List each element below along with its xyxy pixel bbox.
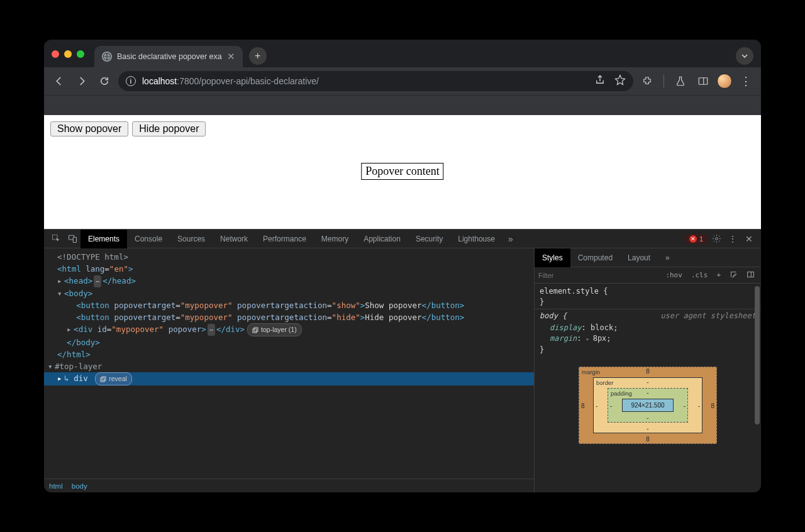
maximize-window-button[interactable] <box>77 50 84 58</box>
devtools-tabbar: Elements Console Sources Network Perform… <box>44 230 761 248</box>
browser-window: Basic declarative popover exa ✕ + i loca… <box>44 40 761 492</box>
browser-tab[interactable]: Basic declarative popover exa ✕ <box>94 46 243 67</box>
selected-dom-node[interactable]: ▸↳ div reveal <box>44 372 534 385</box>
svg-point-6 <box>715 238 718 240</box>
crumb-html[interactable]: html <box>49 482 63 490</box>
new-tab-button[interactable]: + <box>249 47 267 65</box>
hide-popover-button[interactable]: Hide popover <box>132 121 206 136</box>
url-text: localhost:7800/popover-api/basic-declara… <box>142 76 319 86</box>
bookmarks-bar <box>44 95 761 115</box>
address-bar[interactable]: i localhost:7800/popover-api/basic-decla… <box>118 71 633 91</box>
svg-rect-1 <box>699 78 708 85</box>
reload-button[interactable] <box>96 72 113 90</box>
tab-styles[interactable]: Styles <box>535 248 570 267</box>
box-model[interactable]: margin 8 8 8 8 border - - - - <box>579 367 717 444</box>
tab-layout[interactable]: Layout <box>620 248 658 267</box>
styles-sidebar: Styles Computed Layout » :hov .cls + ele… <box>535 248 761 492</box>
minimize-window-button[interactable] <box>64 50 72 58</box>
error-badge[interactable]: ✕1 <box>684 234 708 244</box>
scrollbar-thumb[interactable] <box>755 286 760 424</box>
devtools-close-icon[interactable]: ✕ <box>741 231 757 247</box>
tab-lighthouse[interactable]: Lighthouse <box>450 230 502 248</box>
crumb-body[interactable]: body <box>72 482 87 490</box>
labs-icon[interactable] <box>672 72 689 90</box>
settings-gear-icon[interactable] <box>708 231 724 247</box>
navigation-toolbar: i localhost:7800/popover-api/basic-decla… <box>44 67 761 95</box>
device-toggle-icon[interactable] <box>64 231 80 247</box>
devtools-menu-icon[interactable]: ⋮ <box>724 231 741 247</box>
chrome-menu-button[interactable]: ⋮ <box>737 72 755 90</box>
svg-rect-5 <box>73 237 76 242</box>
box-model-content: 924×21.500 <box>622 399 674 412</box>
tab-computed[interactable]: Computed <box>570 248 620 267</box>
site-info-icon[interactable]: i <box>126 76 136 86</box>
breadcrumb: html body <box>44 479 534 492</box>
panel-icon[interactable] <box>694 72 712 90</box>
dom-tree[interactable]: <!DOCTYPE html> <html lang="en"> ▸<head>… <box>44 248 534 479</box>
more-styles-tabs-icon[interactable]: » <box>658 248 677 267</box>
popover-element: Popover content <box>361 163 443 180</box>
hov-toggle[interactable]: :hov <box>663 271 685 279</box>
svg-rect-11 <box>748 272 754 277</box>
toolbar-divider <box>663 75 664 87</box>
close-window-button[interactable] <box>52 50 59 58</box>
tab-security[interactable]: Security <box>408 230 450 248</box>
tab-elements[interactable]: Elements <box>80 230 127 248</box>
styles-tabs: Styles Computed Layout » <box>535 248 761 267</box>
profile-avatar[interactable] <box>717 74 732 89</box>
globe-icon <box>102 52 112 62</box>
forward-button[interactable] <box>73 72 91 90</box>
top-layer-badge[interactable]: top-layer (1) <box>247 323 302 336</box>
bookmark-icon[interactable] <box>614 74 626 88</box>
reveal-badge[interactable]: reveal <box>95 372 132 385</box>
new-rule-icon[interactable]: + <box>714 271 723 279</box>
cls-toggle[interactable]: .cls <box>689 271 711 279</box>
extensions-icon[interactable] <box>638 72 656 90</box>
svg-rect-9 <box>101 378 104 382</box>
tab-memory[interactable]: Memory <box>314 230 356 248</box>
show-popover-button[interactable]: Show popover <box>50 121 128 136</box>
styles-filter-input[interactable] <box>538 272 659 279</box>
inspect-icon[interactable] <box>48 231 64 247</box>
elements-panel: <!DOCTYPE html> <html lang="en"> ▸<head>… <box>44 248 535 492</box>
tab-console[interactable]: Console <box>127 230 170 248</box>
back-button[interactable] <box>50 72 68 90</box>
styles-filter-bar: :hov .cls + <box>535 267 761 284</box>
svg-rect-8 <box>254 328 258 331</box>
page-viewport: Show popover Hide popover Popover conten… <box>44 115 761 230</box>
close-tab-icon[interactable]: ✕ <box>227 51 235 62</box>
panel-toggle-icon[interactable] <box>744 270 757 280</box>
svg-rect-7 <box>253 329 257 333</box>
more-tabs-icon[interactable]: » <box>502 231 519 247</box>
svg-rect-10 <box>102 377 106 380</box>
computed-toggle-icon[interactable] <box>727 270 740 280</box>
tab-network[interactable]: Network <box>213 230 255 248</box>
ua-stylesheet-label: user agent stylesheet <box>660 311 756 321</box>
tab-performance[interactable]: Performance <box>255 230 314 248</box>
share-icon[interactable] <box>594 74 606 88</box>
tab-title: Basic declarative popover exa <box>117 52 222 61</box>
tab-sources[interactable]: Sources <box>170 230 213 248</box>
css-rules[interactable]: element.style { } user agent stylesheet … <box>535 284 761 358</box>
devtools-panel: Elements Console Sources Network Perform… <box>44 230 761 492</box>
tab-application[interactable]: Application <box>356 230 408 248</box>
tablist-dropdown-button[interactable] <box>736 47 753 65</box>
tab-strip: Basic declarative popover exa ✕ + <box>44 40 761 67</box>
window-controls <box>52 49 84 58</box>
